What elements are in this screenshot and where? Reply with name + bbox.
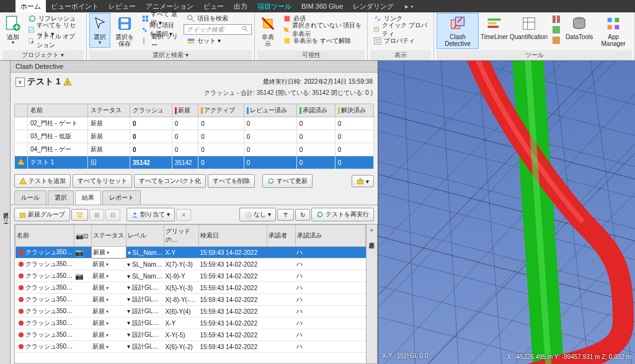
delete-all-button[interactable]: すべてを削除 — [208, 174, 255, 188]
svg-text:!: ! — [67, 80, 68, 86]
subtab[interactable]: 結果 — [75, 190, 101, 205]
svg-rect-22 — [375, 27, 379, 31]
svg-rect-38 — [615, 25, 619, 29]
menu-tab[interactable]: レンダリング — [348, 0, 399, 13]
result-row[interactable]: クラッシュ350… 新規 ▾ 設計GL… X(6)-Y(4) 15:59:43 … — [16, 306, 366, 317]
reset-all-button[interactable]: すべてをリセット — [73, 174, 132, 188]
menu-tab[interactable]: ビュー — [198, 0, 229, 13]
svg-rect-6 — [121, 19, 128, 22]
filter-none-button[interactable]: ⚪ なし ▾ — [239, 208, 276, 221]
svg-rect-32 — [553, 26, 560, 33]
camera-column[interactable]: 📷⊡ — [74, 225, 91, 247]
result-row[interactable]: クラッシュ350… 新規 ▾ 設計GL… X-Y(-5) 15:59:43 14… — [16, 329, 366, 341]
test-row[interactable]: 04_門柱 - ゲー新規000000 — [15, 143, 374, 156]
hide-unselected-button[interactable]: 選択されていない 項目を非表示 — [280, 24, 365, 35]
svg-point-4 — [31, 41, 33, 43]
svg-rect-17 — [188, 41, 195, 43]
file-options-button[interactable]: ファイル オプション — [25, 35, 84, 46]
app-manager-button[interactable]: App Manager — [595, 13, 632, 49]
svg-rect-29 — [523, 18, 535, 30]
subtab[interactable]: 選択 — [48, 190, 74, 205]
rerun-test-button[interactable]: テストを再実行 — [311, 208, 374, 221]
svg-rect-12 — [143, 27, 144, 29]
svg-point-15 — [243, 26, 247, 30]
display-settings-sidebar[interactable]: « 表示設定 — [366, 224, 378, 364]
menu-tab[interactable]: ホーム — [16, 0, 46, 13]
append-button[interactable]: 追加▾ — [2, 13, 24, 48]
quantification-button[interactable]: Quantification — [510, 13, 547, 42]
menu-tab[interactable]: BIM 360 Glue — [296, 1, 348, 12]
new-group-button[interactable]: 新規グループ — [14, 208, 70, 221]
svg-rect-37 — [608, 25, 612, 29]
3d-viewport[interactable]: X-Y : 設計GL 0.0 X: -45326.495 m Y: -99457… — [378, 61, 635, 364]
group-visibility-label: 可視性 — [257, 50, 365, 60]
menu-tab[interactable]: 出力 — [229, 0, 252, 13]
timeliner-button[interactable]: TimeLiner — [480, 13, 508, 42]
import-export-button[interactable]: ▾ — [352, 175, 374, 187]
add-test-button[interactable]: テストを追加 — [14, 174, 71, 188]
quick-properties-button[interactable]: クイック プロパティ — [370, 24, 431, 35]
datatools-button[interactable]: DataTools — [565, 13, 594, 42]
selection-tree-tab[interactable]: 選択ツリー — [0, 61, 11, 364]
unhide-all-button[interactable]: 非表示を すべて解除 — [280, 35, 365, 46]
svg-rect-8 — [143, 16, 145, 18]
test-row[interactable]: 02_門柱 - ゲート新規000000 — [15, 117, 374, 130]
group-display-label: 表示 — [370, 50, 431, 60]
chevron-left-icon: « — [370, 227, 373, 233]
save-selection-button[interactable]: 選択を保存 — [112, 13, 138, 49]
properties-button[interactable]: プロパティ — [370, 35, 431, 46]
svg-rect-33 — [553, 37, 560, 44]
result-row[interactable]: クラッシュ350… 新規 ▾ SL_Nam… X(7)-Y(-3) 15:59:… — [16, 259, 366, 270]
last-run-label: 最終実行日時: — [263, 78, 302, 86]
result-row[interactable]: クラッシュ350… 新規 ▾ 設計GL… X-Y 15:59:43 14-02-… — [16, 317, 366, 329]
test-row[interactable]: 03_門柱 - 低版新規000000 — [15, 130, 374, 143]
quick-find-input[interactable]: クイック検索 — [184, 24, 252, 35]
reset-filter-button[interactable]: ↻ — [295, 209, 310, 221]
ungroup-button[interactable]: ⊞ — [89, 209, 104, 221]
clash-detective-panel: Clash Detective ∨ テスト 1 ! 最終実行日時: 2022年2… — [11, 61, 378, 364]
menu-tabs: ホームビューポイントレビューアニメーションビュー出力項目ツールBIM 360 G… — [0, 0, 635, 12]
svg-rect-35 — [608, 18, 612, 22]
svg-rect-44 — [80, 212, 82, 214]
clash-detective-button[interactable]: Clash Detective — [437, 13, 479, 49]
hide-button[interactable]: 非表示 — [257, 13, 278, 49]
svg-rect-2 — [29, 27, 33, 32]
svg-point-14 — [188, 15, 192, 19]
find-items-button[interactable]: 項目を検索 — [184, 13, 252, 24]
group-tools-label: ツール — [437, 50, 632, 60]
svg-point-46 — [133, 212, 136, 215]
subtab[interactable]: レポート — [102, 190, 141, 205]
menu-tab[interactable]: レビュー — [104, 0, 141, 13]
result-row[interactable]: クラッシュ350… 📷 新規 ▾ SL_Nam… X-Y 15:59:43 14… — [16, 247, 366, 259]
explode-button[interactable]: ⊟ — [105, 209, 120, 221]
subtab[interactable]: ルール — [14, 190, 47, 205]
selection-tree-button[interactable]: 選択 ツリー — [139, 35, 182, 46]
svg-rect-13 — [144, 30, 146, 32]
result-row[interactable]: クラッシュ350… 新規 ▾ 設計GL… X(6)-Y(-2) 15:59:43… — [16, 341, 366, 353]
select-button[interactable]: 選択▾ — [89, 13, 110, 48]
svg-rect-43 — [77, 212, 79, 214]
menu-tab[interactable]: 項目ツール — [252, 0, 296, 13]
assign-button[interactable]: 割り当て ▾ — [127, 208, 175, 221]
result-row[interactable]: クラッシュ350… 新規 ▾ 設計GL… X(-8)-Y(-… 15:59:43… — [16, 294, 366, 306]
menu-tab[interactable]: ビューポイント — [46, 0, 104, 13]
svg-rect-9 — [146, 16, 148, 18]
clash-summary-text: クラッシュ - 合計: 35142 (開いている: 35142 閉じている: 0… — [16, 89, 373, 97]
collapse-button[interactable]: ∨ — [16, 78, 25, 87]
menu-extra-icon[interactable]: ▸ • — [405, 2, 413, 11]
svg-rect-7 — [121, 24, 128, 29]
filter-button[interactable] — [277, 209, 294, 221]
tests-table: 名前 ステータス クラッシュ 新規 アクティブ レビュー済み 承認済み 解決済み… — [14, 104, 374, 169]
unassign-button[interactable]: ✕ — [176, 209, 191, 221]
sets-button[interactable]: セット ▾ — [184, 35, 252, 46]
svg-rect-21 — [285, 38, 290, 43]
svg-rect-25 — [456, 17, 464, 26]
svg-rect-27 — [488, 22, 497, 25]
compact-all-button[interactable]: すべてをコンパクト化 — [134, 174, 206, 188]
result-row[interactable]: クラッシュ350… 新規 ▾ 設計GL… X(5)-Y(-3) 15:59:43… — [16, 282, 366, 294]
group-button[interactable] — [71, 209, 88, 221]
update-all-button[interactable]: すべて更新 — [262, 174, 313, 188]
test-row[interactable]: ! テスト 1旧35142351420000 — [15, 156, 374, 169]
panel-title: Clash Detective — [11, 61, 378, 73]
result-row[interactable]: クラッシュ350… 📷 新規 ▾ SL_Nam… X(-9)-Y 15:59:4… — [16, 270, 366, 282]
